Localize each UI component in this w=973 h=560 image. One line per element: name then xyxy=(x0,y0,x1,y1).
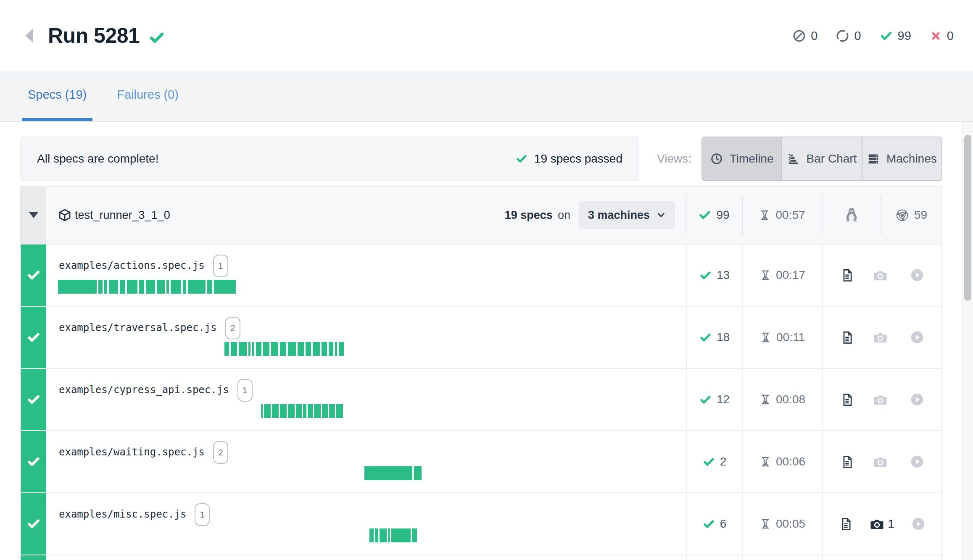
spec-row[interactable]: examples/misc.spec.js 1 6 00:05 1 xyxy=(21,493,941,555)
spec-passed-gutter xyxy=(21,369,46,430)
spec-artifacts-cell xyxy=(822,431,941,492)
spec-passed-cell: 6 xyxy=(686,493,742,555)
group-duration: 00:57 xyxy=(775,208,805,222)
spec-artifacts-cell xyxy=(822,307,941,368)
hourglass-icon xyxy=(760,456,771,467)
hourglass-icon xyxy=(760,270,771,281)
spec-duration: 00:17 xyxy=(776,268,805,282)
stat-passed: 99 xyxy=(880,29,911,43)
hourglass-icon xyxy=(760,332,771,343)
stdout-doc-icon[interactable] xyxy=(839,517,853,531)
group-collapse-toggle[interactable] xyxy=(21,187,46,244)
screenshots-camera-icon[interactable] xyxy=(873,392,891,407)
screenshots-camera-icon[interactable] xyxy=(873,330,891,345)
stdout-doc-icon[interactable] xyxy=(840,455,854,469)
group-machine-summary: 19 specs on 3 machines xyxy=(505,201,675,229)
back-button[interactable] xyxy=(25,29,36,43)
tab-failures-label: Failures (0) xyxy=(117,88,179,102)
check-icon xyxy=(699,331,712,344)
spec-duration-cell: 00:06 xyxy=(742,431,822,492)
spec-row[interactable]: examples/actions.spec.js 1 13 00:17 xyxy=(21,245,941,307)
spec-row[interactable]: examples/waiting.spec.js 2 2 00:06 xyxy=(21,431,941,493)
tab-bar: Specs (19) Failures (0) xyxy=(0,71,973,122)
spec-timeline-bars xyxy=(261,404,344,418)
stdout-doc-icon[interactable] xyxy=(840,268,854,282)
video-play-icon[interactable] xyxy=(910,455,924,469)
clock-icon xyxy=(710,152,723,165)
spec-passed-gutter xyxy=(21,307,46,368)
spec-passed-gutter xyxy=(21,493,46,555)
spec-passed-gutter xyxy=(21,555,46,560)
spec-artifacts-cell xyxy=(822,245,941,306)
spec-filename: examples/cypress_api.spec.js xyxy=(59,379,229,401)
check-icon xyxy=(703,518,715,530)
check-icon xyxy=(699,209,711,221)
specs-table: test_runner_3_1_0 19 specs on 3 machines xyxy=(20,186,942,560)
vertical-scrollbar-track[interactable] xyxy=(962,74,973,560)
screenshots-camera-icon[interactable] xyxy=(873,455,891,469)
spec-timeline-bars xyxy=(364,466,423,480)
spec-cell: examples/traversal.spec.js 2 xyxy=(46,307,686,368)
stat-skipped-value: 0 xyxy=(811,29,817,43)
spec-row[interactable]: examples/cypress_api.spec.js 1 12 00:08 xyxy=(21,369,941,431)
spec-duration: 00:06 xyxy=(776,455,805,468)
stdout-doc-icon[interactable] xyxy=(840,331,854,344)
video-play-icon[interactable] xyxy=(910,330,924,344)
video-play-icon[interactable] xyxy=(910,268,924,282)
group-specs-count: 19 specs xyxy=(505,209,553,222)
spec-passed-count: 12 xyxy=(717,393,730,406)
machines-view-button[interactable]: Machines xyxy=(862,137,941,180)
spec-machine-badge: 1 xyxy=(237,379,253,402)
hourglass-icon xyxy=(760,394,771,405)
screenshots-camera-icon[interactable]: 1 xyxy=(870,517,894,531)
stat-skipped: 0 xyxy=(793,29,817,43)
browser-version: 59 xyxy=(914,208,927,222)
spec-passed-count: 18 xyxy=(717,331,730,344)
run-stats: 0 0 99 0 xyxy=(793,29,954,43)
vertical-scrollbar-thumb[interactable] xyxy=(964,135,971,301)
check-icon xyxy=(880,29,893,42)
spec-row[interactable]: examples/traversal.spec.js 2 18 00:11 xyxy=(21,307,941,369)
back-chevron-icon xyxy=(25,29,33,43)
pending-circle-icon xyxy=(836,29,849,42)
spec-cell: examples/actions.spec.js 1 xyxy=(46,245,686,306)
spec-duration-cell: 00:11 xyxy=(742,307,822,368)
run-passed-check-icon xyxy=(149,30,165,46)
machines-view-label: Machines xyxy=(886,152,937,166)
stat-passed-value: 99 xyxy=(898,29,911,43)
video-play-icon[interactable] xyxy=(910,392,924,407)
spec-cell: examples/cypress_api.spec.js 1 xyxy=(46,369,686,430)
spec-passed-count: 6 xyxy=(720,517,727,531)
spec-passed-cell: 18 xyxy=(686,307,742,368)
group-main: test_runner_3_1_0 19 specs on 3 machines xyxy=(46,187,686,244)
check-icon xyxy=(516,153,527,165)
spec-filename: examples/actions.spec.js xyxy=(59,255,205,276)
spec-artifacts-cell: 1 xyxy=(822,493,941,555)
check-icon xyxy=(27,331,40,344)
bar-chart-view-button[interactable]: Bar Chart xyxy=(781,137,861,180)
group-browser-cell: 59 xyxy=(881,187,941,244)
spec-duration-cell: 00:05 xyxy=(742,493,822,555)
stat-failed: 0 xyxy=(930,29,954,43)
machines-icon xyxy=(867,152,880,165)
page-title: Run 5281 xyxy=(48,24,140,48)
machines-dropdown[interactable]: 3 machines xyxy=(579,201,675,229)
stdout-doc-icon[interactable] xyxy=(840,393,854,407)
x-icon xyxy=(930,30,942,42)
screenshot-count: 1 xyxy=(888,517,894,531)
group-header-row: test_runner_3_1_0 19 specs on 3 machines xyxy=(21,187,941,245)
completion-banner: All specs are complete! 19 specs passed xyxy=(20,137,639,181)
group-os-cell xyxy=(822,187,881,244)
spec-duration-cell: 00:17 xyxy=(742,245,822,306)
timeline-view-button[interactable]: Timeline xyxy=(702,137,781,180)
tab-specs[interactable]: Specs (19) xyxy=(22,71,92,121)
screenshots-camera-icon[interactable] xyxy=(873,268,891,283)
spec-duration: 00:11 xyxy=(776,331,805,344)
stat-pending-value: 0 xyxy=(854,29,861,43)
tab-failures[interactable]: Failures (0) xyxy=(111,71,185,121)
chevron-down-icon xyxy=(657,210,666,220)
video-play-icon[interactable] xyxy=(911,517,926,531)
check-icon xyxy=(699,394,712,406)
banner-message: All specs are complete! xyxy=(37,152,158,166)
spec-passed-cell: 13 xyxy=(686,245,742,306)
